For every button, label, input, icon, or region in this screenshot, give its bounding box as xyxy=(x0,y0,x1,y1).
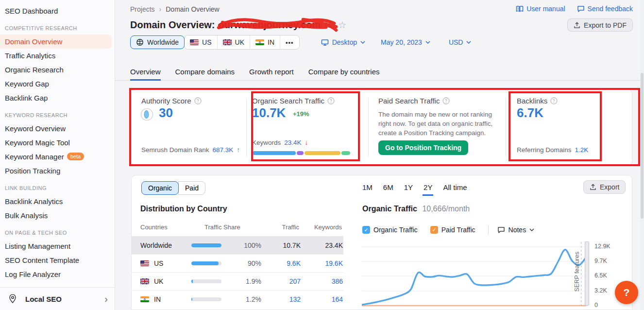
paid-traffic-message: The domain may be new or not ranking rig… xyxy=(378,110,506,138)
region-label: UK xyxy=(235,38,244,46)
authority-score-title: Authority Score xyxy=(141,97,202,105)
period-6m[interactable]: 6M xyxy=(383,183,393,191)
authority-gauge-icon xyxy=(140,108,153,121)
favorite-star-icon[interactable]: ☆ xyxy=(338,19,346,31)
more-regions-button[interactable]: ••• xyxy=(280,35,299,49)
local-seo-label: Local SEO xyxy=(25,295,104,303)
sidebar-item-keyword-manager[interactable]: Keyword Managerbeta xyxy=(0,150,115,164)
sidebar-item-local-seo[interactable]: Local SEO › xyxy=(0,287,115,310)
date-selector[interactable]: May 20, 2023 xyxy=(381,38,430,46)
sidebar-item-keyword-gap[interactable]: Keyword Gap xyxy=(0,77,115,91)
toggle-paid-button[interactable]: Paid xyxy=(178,181,205,195)
notes-control[interactable]: Notes xyxy=(497,226,535,234)
domain-overview-page: SEO Dashboard COMPETITIVE RESEARCH Domai… xyxy=(0,0,644,310)
sidebar-item-position-tracking[interactable]: Position Tracking xyxy=(0,164,115,178)
chevron-right-icon: › xyxy=(104,293,108,305)
table-row-us[interactable]: US 90% 9.6K 19.6K xyxy=(132,254,343,272)
period-2y[interactable]: 2Y xyxy=(424,183,432,191)
sidebar-item-organic-research[interactable]: Organic Research xyxy=(0,63,115,77)
period-all-time[interactable]: All time xyxy=(443,183,467,191)
toggle-organic-button[interactable]: Organic xyxy=(141,181,179,195)
tab-growth-report[interactable]: Growth report xyxy=(249,63,294,80)
paid-traffic-title: Paid Search Traffic xyxy=(378,97,450,105)
region-button-in[interactable]: IN xyxy=(250,35,280,49)
us-flag-icon xyxy=(140,260,149,266)
keywords-value[interactable]: 23.4K xyxy=(284,139,301,146)
info-icon[interactable] xyxy=(442,97,450,104)
info-icon[interactable] xyxy=(327,97,335,104)
keywords-footer: Keywords 23.4K ↓ xyxy=(252,139,308,146)
tab-overview[interactable]: Overview xyxy=(130,63,161,80)
intent-bar-segment-purple xyxy=(297,151,304,155)
keywords-value-link[interactable]: 164 xyxy=(301,295,343,303)
keywords-value-link[interactable]: 19.6K xyxy=(301,259,343,267)
traffic-value-link[interactable]: 207 xyxy=(264,277,301,285)
region-button-us[interactable]: US xyxy=(185,35,217,49)
sidebar-item-backlink-gap[interactable]: Backlink Gap xyxy=(0,91,115,105)
column-header-traffic[interactable]: Traffic xyxy=(263,224,299,231)
device-label: Desktop xyxy=(332,38,357,46)
country-label: UK xyxy=(154,277,163,285)
breadcrumb-domain-overview: Domain Overview xyxy=(166,5,219,13)
table-row-in[interactable]: IN 1.2% 132 164 xyxy=(132,290,343,308)
currency-selector[interactable]: USD xyxy=(449,38,472,46)
sidebar-item-listing-management[interactable]: Listing Management xyxy=(0,239,115,253)
breadcrumb-projects[interactable]: Projects xyxy=(130,5,155,13)
referring-domains-label: Referring Domains xyxy=(517,146,572,154)
sidebar-section-keyword-research: KEYWORD RESEARCH xyxy=(5,112,110,118)
sidebar-item-seo-dashboard[interactable]: SEO Dashboard xyxy=(0,4,115,18)
region-label: US xyxy=(202,38,211,46)
organic-traffic-checkbox[interactable]: ✓ xyxy=(362,226,370,234)
sidebar-item-backlink-analytics[interactable]: Backlink Analytics xyxy=(0,194,115,208)
sidebar-item-traffic-analytics[interactable]: Traffic Analytics xyxy=(0,49,115,63)
send-feedback-link[interactable]: Send feedback xyxy=(577,5,633,13)
chart-heading: Organic Traffic 10,666/month xyxy=(362,205,470,213)
period-1m[interactable]: 1M xyxy=(362,183,373,191)
page-scrollbar[interactable] xyxy=(640,0,644,310)
metrics-summary-card: Authority Score 30 Semrush Domain Rank 6… xyxy=(131,89,632,166)
export-to-pdf-label: Export to PDF xyxy=(584,21,627,29)
table-row-uk[interactable]: UK 1.9% 207 386 xyxy=(132,272,343,290)
tab-compare-by-countries[interactable]: Compare by countries xyxy=(308,63,380,80)
report-tabs: Overview Compare domains Growth report C… xyxy=(115,63,644,81)
book-icon xyxy=(516,5,524,13)
domain-rank-value[interactable]: 687.3K xyxy=(213,146,234,154)
region-button-worldwide[interactable]: Worldwide xyxy=(130,35,185,49)
export-to-pdf-button[interactable]: Export to PDF xyxy=(567,18,633,32)
traffic-share-bar xyxy=(191,279,221,283)
paid-traffic-checkbox[interactable]: ✓ xyxy=(430,226,438,234)
sidebar-item-domain-overview[interactable]: Domain Overview xyxy=(0,34,112,49)
sidebar-item-keyword-magic-tool[interactable]: Keyword Magic Tool xyxy=(0,136,115,150)
device-selector[interactable]: Desktop xyxy=(321,38,365,46)
table-row-worldwide[interactable]: Worldwide 100% 10.7K 23.4K xyxy=(132,236,343,254)
legend-paid-traffic: ✓ Paid Traffic xyxy=(430,226,475,234)
traffic-value-link[interactable]: 9.6K xyxy=(264,259,301,267)
help-button[interactable]: ? xyxy=(615,281,638,304)
organic-traffic-title: Organic Search Traffic xyxy=(252,97,335,105)
column-header-keywords[interactable]: Keywords xyxy=(299,224,342,231)
region-label: Worldwide xyxy=(147,38,179,46)
sidebar-item-bulk-analysis[interactable]: Bulk Analysis xyxy=(0,208,115,223)
period-1y[interactable]: 1Y xyxy=(404,183,413,191)
referring-domains-value[interactable]: 1.2K xyxy=(575,146,589,154)
sidebar-item-keyword-overview[interactable]: Keyword Overview xyxy=(0,121,115,136)
tab-compare-domains[interactable]: Compare domains xyxy=(175,63,235,80)
sidebar-item-log-file-analyzer[interactable]: Log File Analyzer xyxy=(0,267,115,281)
globe-icon xyxy=(136,38,144,46)
sidebar-item-seo-content-template[interactable]: SEO Content Template xyxy=(0,253,115,267)
external-link-icon[interactable] xyxy=(324,21,332,29)
column-header-traffic-share[interactable]: Traffic Share xyxy=(190,224,263,231)
chart-scrollbar-handle[interactable] xyxy=(585,241,589,306)
user-manual-label: User manual xyxy=(526,5,565,13)
traffic-value-link[interactable]: 132 xyxy=(264,295,301,303)
column-header-countries[interactable]: Countries xyxy=(140,224,190,231)
info-icon[interactable] xyxy=(550,97,558,104)
info-icon[interactable] xyxy=(194,97,202,104)
keywords-value-link[interactable]: 386 xyxy=(301,277,343,285)
region-button-uk[interactable]: UK xyxy=(217,35,250,49)
user-manual-link[interactable]: User manual xyxy=(516,5,565,13)
organic-traffic-line-chart[interactable] xyxy=(362,240,590,309)
go-to-position-tracking-button[interactable]: Go to Position Tracking xyxy=(378,140,468,155)
page-scrollbar-thumb[interactable] xyxy=(641,73,644,219)
export-chart-button[interactable]: Export xyxy=(583,180,626,194)
